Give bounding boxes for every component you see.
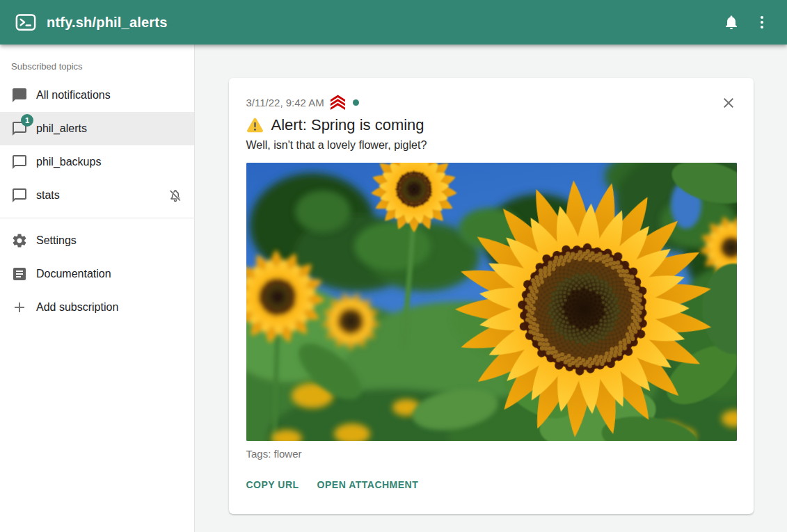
unread-dot (353, 99, 359, 106)
plus-icon (11, 299, 28, 316)
app-bar: ntfy.sh/phil_alerts (0, 0, 787, 45)
notifications-button[interactable] (716, 7, 747, 38)
notification-actions: COPY URL OPEN ATTACHMENT (246, 476, 737, 493)
sidebar-item-label: stats (36, 189, 60, 202)
sidebar-item-label: All notifications (36, 89, 111, 102)
notification-title-row: Alert: Spring is coming (246, 116, 737, 134)
notification-title: Alert: Spring is coming (271, 116, 424, 134)
sidebar-item-add-subscription[interactable]: Add subscription (0, 291, 194, 324)
sidebar-item-settings[interactable]: Settings (0, 224, 194, 257)
notification-meta: 3/11/22, 9:42 AM (246, 96, 737, 108)
open-attachment-button[interactable]: OPEN ATTACHMENT (317, 476, 419, 493)
chat-bubble-outline-icon (11, 154, 28, 170)
sidebar-item-documentation[interactable]: Documentation (0, 257, 194, 291)
main-content: 3/11/22, 9:42 AM Alert: Spring is coming… (195, 45, 787, 532)
notification-card: 3/11/22, 9:42 AM Alert: Spring is coming… (229, 78, 754, 514)
chat-bubble-outline-icon (11, 187, 28, 204)
article-icon (11, 266, 28, 282)
sunflower-photo (246, 163, 737, 441)
priority-max-icon (329, 95, 347, 110)
timestamp: 3/11/22, 9:42 AM (246, 97, 324, 108)
unread-count-badge: 1 (21, 114, 33, 127)
sidebar-item-label: phil_alerts (36, 122, 87, 135)
sidebar-item-label: phil_backups (36, 156, 101, 168)
gear-icon (11, 232, 28, 249)
bell-icon (723, 14, 740, 31)
sidebar-divider (0, 218, 194, 218)
chat-bubble-outline-icon: 1 (11, 120, 28, 137)
sidebar-subheader: Subscribed topics (0, 45, 194, 79)
overflow-menu-button[interactable] (747, 7, 777, 38)
sidebar-item-all-notifications[interactable]: All notifications (0, 79, 194, 112)
notifications-off-icon (168, 188, 183, 203)
terminal-icon (15, 12, 36, 33)
sidebar-item-phil-alerts[interactable]: 1 phil_alerts (0, 112, 194, 145)
attachment-image[interactable] (246, 163, 737, 441)
copy-url-button[interactable]: COPY URL (246, 476, 299, 493)
notification-tags: Tags: flower (246, 448, 737, 460)
close-icon (720, 95, 737, 111)
warning-icon (246, 118, 264, 134)
kebab-menu-icon (754, 14, 770, 31)
notification-body: Well, isn't that a lovely flower, piglet… (246, 139, 737, 152)
app-title: ntfy.sh/phil_alerts (47, 15, 167, 31)
close-notification-button[interactable] (720, 95, 737, 111)
chat-bubble-filled-icon (11, 87, 28, 104)
sidebar-item-label: Add subscription (36, 301, 118, 314)
sidebar: Subscribed topics All notifications 1 ph… (0, 45, 195, 532)
sidebar-item-phil-backups[interactable]: phil_backups (0, 145, 194, 179)
sidebar-item-label: Documentation (36, 268, 111, 280)
sidebar-item-stats[interactable]: stats (0, 179, 194, 212)
sidebar-item-label: Settings (36, 234, 77, 247)
